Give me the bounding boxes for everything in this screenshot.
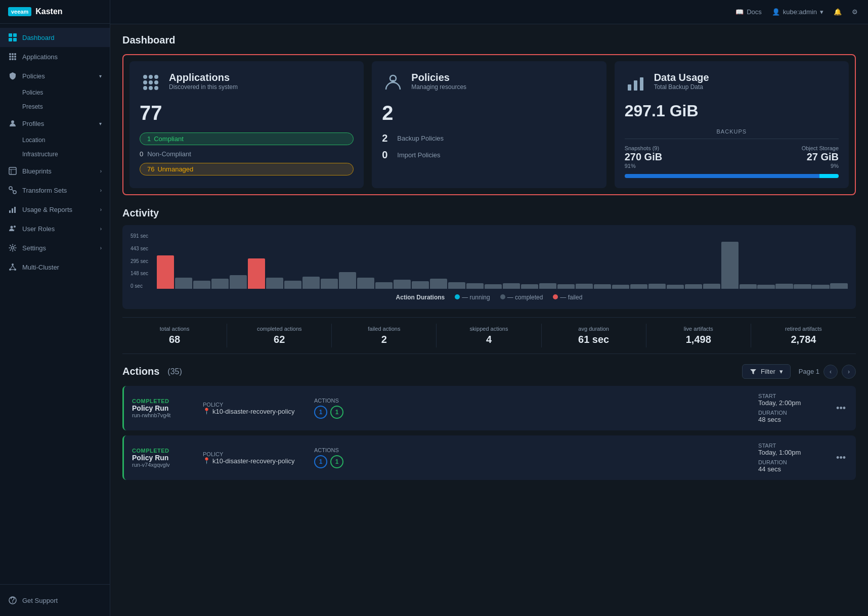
y-label-1: 0 sec bbox=[131, 283, 156, 289]
svg-point-38 bbox=[154, 80, 158, 84]
chart-bar bbox=[740, 284, 757, 289]
sidebar-item-location[interactable]: Location bbox=[22, 133, 110, 147]
svg-point-23 bbox=[11, 226, 13, 229]
action-policy: POLICY 📍 k10-disaster-recovery-policy bbox=[203, 402, 304, 415]
chevron-right-icon: › bbox=[100, 207, 102, 212]
book-icon: 📖 bbox=[735, 8, 744, 16]
policy-label: POLICY bbox=[203, 451, 304, 457]
svg-point-33 bbox=[143, 75, 147, 79]
y-axis: 591 sec 443 sec 295 sec 148 sec 0 sec bbox=[131, 233, 156, 289]
sidebar-item-policies-sub[interactable]: Policies bbox=[22, 85, 110, 100]
compliant-badge[interactable]: 1 Compliant bbox=[140, 133, 354, 145]
chart-bar bbox=[667, 285, 684, 289]
sidebar-item-label: Multi-Cluster bbox=[22, 263, 59, 271]
sidebar-item-label: Location bbox=[22, 137, 45, 144]
docs-link[interactable]: 📖 Docs bbox=[735, 8, 762, 16]
policy-label: POLICY bbox=[203, 402, 304, 408]
chart-bar bbox=[630, 284, 647, 289]
y-label-3: 295 sec bbox=[131, 258, 156, 264]
policy-value: 📍 k10-disaster-recovery-policy bbox=[203, 457, 304, 465]
snapshots-pct: 91% bbox=[625, 163, 662, 169]
svg-point-25 bbox=[12, 247, 14, 249]
svg-rect-46 bbox=[640, 77, 643, 91]
stat-item-retired-artifacts: retired artifacts2,784 bbox=[751, 324, 856, 347]
applications-card: Applications Discovered in this system 7… bbox=[129, 61, 364, 188]
svg-point-28 bbox=[14, 269, 16, 271]
main-content: 📖 Docs 👤 kube:admin ▾ 🔔 ⚙ Dashboard bbox=[110, 0, 868, 616]
sidebar-item-multi-cluster[interactable]: Multi-Cluster bbox=[0, 257, 110, 277]
sidebar-item-usage-reports[interactable]: Usage & Reports › bbox=[0, 200, 110, 219]
object-storage-pct: 9% bbox=[802, 163, 839, 169]
actions-count: (35) bbox=[167, 367, 182, 376]
action-start-section: START Today, 2:00pm DURATION 48 secs bbox=[758, 393, 824, 423]
reports-icon bbox=[8, 205, 17, 214]
action-status: COMPLETED Policy Run run-rwhnb7vg4t bbox=[132, 398, 193, 418]
sidebar-item-infrastructure[interactable]: Infrastructure bbox=[22, 147, 110, 161]
svg-point-37 bbox=[149, 80, 153, 84]
chart-bar bbox=[485, 284, 502, 289]
sidebar-item-policies[interactable]: Policies ▾ bbox=[0, 66, 110, 85]
sidebar-item-label: Policies bbox=[22, 89, 43, 96]
unmanaged-badge[interactable]: 76 Unmanaged bbox=[140, 163, 354, 175]
data-usage-icon bbox=[625, 71, 647, 94]
sidebar-item-blueprints[interactable]: Blueprints › bbox=[0, 161, 110, 181]
action-more-button[interactable]: ••• bbox=[834, 403, 848, 414]
sidebar-item-user-roles[interactable]: User Roles › bbox=[0, 219, 110, 238]
content-area: Dashboard Applications Discovered in thi… bbox=[110, 24, 868, 616]
user-menu[interactable]: 👤 kube:admin ▾ bbox=[772, 8, 823, 16]
compliant-count: 1 bbox=[147, 135, 151, 143]
duration-label: DURATION bbox=[758, 459, 824, 465]
start-value: Today, 1:00pm bbox=[758, 449, 824, 456]
notifications-button[interactable]: 🔔 bbox=[834, 8, 842, 16]
duration-value: 48 secs bbox=[758, 416, 824, 423]
backup-columns: Snapshots (9) 270 GiB 91% Object Storage… bbox=[625, 145, 839, 169]
action-circle-blue: 1 bbox=[314, 455, 327, 468]
chart-bar bbox=[448, 282, 465, 289]
settings-button[interactable]: ⚙ bbox=[852, 8, 858, 16]
svg-point-4 bbox=[9, 53, 11, 55]
chevron-right-icon: › bbox=[100, 226, 102, 232]
logo: veeam Kasten bbox=[0, 0, 110, 24]
stat-value: 68 bbox=[126, 334, 223, 345]
legend-failed: — failed bbox=[553, 294, 582, 301]
get-support-link[interactable]: Get Support bbox=[8, 591, 102, 610]
sidebar-item-profiles[interactable]: Profiles ▾ bbox=[0, 114, 110, 133]
sidebar-item-transform-sets[interactable]: Transform Sets › bbox=[0, 181, 110, 200]
chart-bar bbox=[466, 283, 484, 289]
next-page-button[interactable]: › bbox=[842, 365, 856, 379]
chart-bar bbox=[430, 279, 447, 289]
prev-page-button[interactable]: ‹ bbox=[823, 365, 838, 379]
chart-area: 591 sec 443 sec 295 sec 148 sec 0 sec Ac… bbox=[122, 225, 856, 309]
policies-card: Policies Managing resources 2 2 Backup P… bbox=[372, 61, 606, 188]
start-value: Today, 2:00pm bbox=[758, 399, 824, 407]
sidebar-item-applications[interactable]: Applications bbox=[0, 47, 110, 66]
chart-bar bbox=[248, 258, 265, 289]
svg-point-5 bbox=[12, 53, 14, 55]
sidebar-item-presets[interactable]: Presets bbox=[22, 100, 110, 114]
chart-bar bbox=[648, 284, 666, 289]
action-circle-blue: 1 bbox=[314, 406, 327, 419]
chart-bar bbox=[193, 281, 210, 289]
svg-point-43 bbox=[392, 80, 395, 83]
action-more-button[interactable]: ••• bbox=[834, 453, 848, 463]
chart-bar bbox=[557, 284, 575, 289]
action-circles: 1 1 bbox=[314, 406, 365, 419]
sidebar-item-dashboard[interactable]: Dashboard bbox=[0, 28, 110, 47]
support-icon bbox=[8, 596, 17, 605]
chart-bar bbox=[339, 272, 356, 289]
applications-card-subtitle: Discovered in this system bbox=[169, 83, 238, 91]
svg-point-39 bbox=[143, 86, 147, 90]
chart-bar bbox=[703, 284, 720, 289]
action-policy: POLICY 📍 k10-disaster-recovery-policy bbox=[203, 451, 304, 465]
stat-item-total-actions: total actions68 bbox=[122, 324, 227, 347]
svg-rect-21 bbox=[12, 208, 13, 213]
policies-count: 2 bbox=[382, 102, 596, 124]
storage-bar-cyan bbox=[819, 174, 839, 178]
action-row: COMPLETED Policy Run run-v74xgqvglv POLI… bbox=[122, 435, 856, 480]
unmanaged-label: Unmanaged bbox=[157, 165, 193, 173]
policies-card-header: Policies Managing resources bbox=[382, 71, 596, 94]
chart-bar bbox=[576, 284, 593, 289]
filter-button[interactable]: Filter ▾ bbox=[742, 364, 791, 379]
sidebar-item-settings[interactable]: Settings › bbox=[0, 238, 110, 257]
sidebar-footer[interactable]: Get Support bbox=[0, 584, 110, 616]
